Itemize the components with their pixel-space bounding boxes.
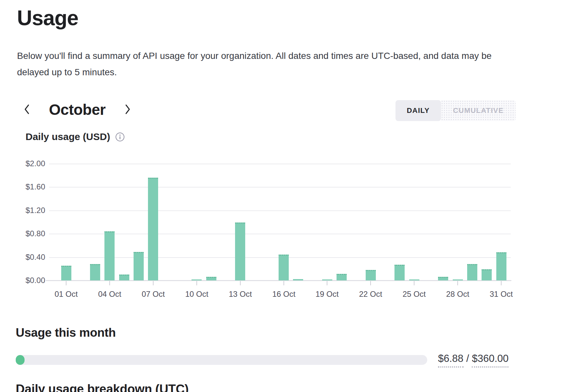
usage-progress-fill xyxy=(16,355,25,365)
bar-24-oct[interactable] xyxy=(394,265,405,280)
bar-10-oct[interactable] xyxy=(192,279,202,280)
y-axis-label: $1.60 xyxy=(9,182,45,192)
month-label: October xyxy=(35,101,120,118)
y-axis-label: $0.00 xyxy=(9,276,45,285)
usage-page: Usage Below you'll find a summary of API… xyxy=(0,0,586,392)
daily-breakdown-heading: Daily usage breakdown (UTC) xyxy=(16,382,189,392)
prev-month-button[interactable] xyxy=(19,100,35,119)
bar-27-oct[interactable] xyxy=(438,277,448,280)
gridline xyxy=(49,164,511,164)
chart-title: Daily usage (USD) xyxy=(26,131,110,142)
y-axis-label: $0.40 xyxy=(9,252,45,262)
usage-amounts: $6.88 / $360.00 xyxy=(438,353,508,365)
x-axis-label: 13 Oct xyxy=(221,289,260,299)
x-axis-label: 19 Oct xyxy=(307,289,347,299)
daily-usage-bar-chart: $2.00$1.60$1.20$0.80$0.40$0.0001 Oct04 O… xyxy=(0,154,586,308)
used-amount[interactable]: $6.88 xyxy=(438,353,464,367)
gridline xyxy=(49,187,511,187)
bar-20-oct[interactable] xyxy=(337,274,347,280)
month-navigation: October xyxy=(19,98,136,121)
bar-01-oct[interactable] xyxy=(61,266,71,280)
bar-07-oct[interactable] xyxy=(148,178,158,280)
x-axis-label: 22 Oct xyxy=(351,289,390,299)
next-month-button[interactable] xyxy=(120,100,136,119)
bar-31-oct[interactable] xyxy=(496,252,506,280)
x-axis-tick xyxy=(284,281,284,285)
x-axis-label: 28 Oct xyxy=(438,289,477,299)
x-axis-label: 10 Oct xyxy=(177,289,216,299)
x-axis-tick xyxy=(414,281,414,285)
bar-16-oct[interactable] xyxy=(279,255,289,280)
bar-04-oct[interactable] xyxy=(104,231,115,280)
bar-17-oct[interactable] xyxy=(293,279,303,280)
bar-28-oct[interactable] xyxy=(453,279,463,280)
y-axis-label: $0.80 xyxy=(9,229,45,239)
bar-13-oct[interactable] xyxy=(235,223,245,280)
bar-11-oct[interactable] xyxy=(206,277,216,280)
page-description: Below you'll find a summary of API usage… xyxy=(17,48,508,80)
bar-06-oct[interactable] xyxy=(134,252,144,280)
x-axis-tick xyxy=(327,281,327,285)
x-axis-label: 04 Oct xyxy=(90,289,129,299)
chevron-right-icon xyxy=(124,104,131,116)
bar-25-oct[interactable] xyxy=(409,279,419,280)
tab-daily[interactable]: DAILY xyxy=(395,100,441,121)
view-toggle: DAILY CUMULATIVE xyxy=(395,100,516,121)
x-axis-label: 07 Oct xyxy=(134,289,173,299)
x-axis-tick xyxy=(501,281,502,285)
page-title: Usage xyxy=(17,6,78,30)
x-axis-label: 01 Oct xyxy=(46,289,86,299)
usage-progress-bar xyxy=(16,355,427,365)
x-axis-tick xyxy=(370,281,371,285)
x-axis-tick xyxy=(109,281,110,285)
gridline xyxy=(49,234,511,234)
usage-this-month-heading: Usage this month xyxy=(16,326,116,340)
y-axis-label: $2.00 xyxy=(9,159,45,169)
bar-19-oct[interactable] xyxy=(322,279,332,280)
bar-29-oct[interactable] xyxy=(467,264,477,280)
bar-30-oct[interactable] xyxy=(482,269,492,280)
gridline xyxy=(49,210,511,211)
x-axis-tick xyxy=(457,281,458,285)
x-axis-label: 16 Oct xyxy=(264,289,303,299)
y-axis-label: $1.20 xyxy=(9,205,45,215)
bar-05-oct[interactable] xyxy=(119,275,129,280)
bar-22-oct[interactable] xyxy=(366,270,376,280)
amount-separator: / xyxy=(464,353,472,364)
chart-header: Daily usage (USD) xyxy=(26,131,125,142)
limit-amount[interactable]: $360.00 xyxy=(472,353,508,367)
tab-cumulative[interactable]: CUMULATIVE xyxy=(441,100,516,121)
x-axis-tick xyxy=(66,281,66,285)
chevron-left-icon xyxy=(23,104,30,116)
x-axis-label: 25 Oct xyxy=(394,289,434,299)
x-axis-label: 31 Oct xyxy=(482,289,521,299)
x-axis-tick xyxy=(196,281,197,285)
bar-03-oct[interactable] xyxy=(90,264,100,280)
info-icon[interactable] xyxy=(115,132,125,142)
x-axis-tick xyxy=(240,281,241,285)
x-axis-tick xyxy=(153,281,154,285)
